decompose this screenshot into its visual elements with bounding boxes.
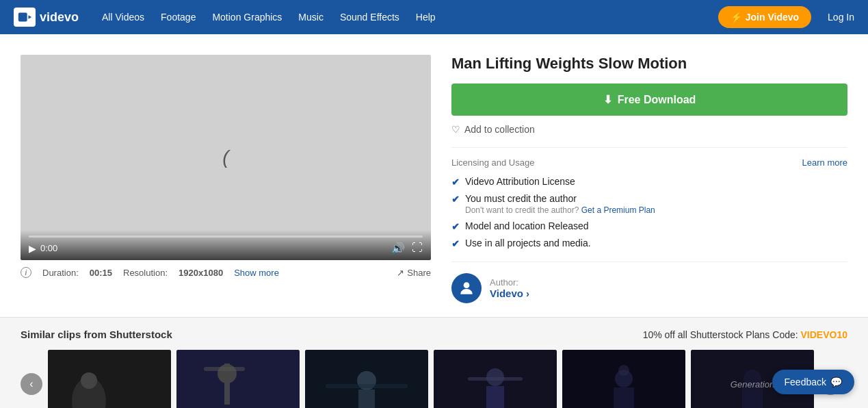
- nav-footage[interactable]: Footage: [161, 12, 196, 23]
- feedback-button[interactable]: Feedback 💬: [772, 370, 854, 394]
- duration-label: Duration:: [42, 268, 79, 278]
- download-button[interactable]: ⬇ Free Download: [451, 84, 847, 116]
- check-icon-3: ✔: [451, 221, 460, 232]
- nav-all-videos[interactable]: All Videos: [102, 12, 144, 23]
- check-icon-4: ✔: [451, 238, 460, 249]
- video-cursor: (: [222, 146, 228, 168]
- resolution-value: 1920x1080: [179, 268, 223, 278]
- clip-4-svg: [434, 350, 557, 408]
- author-arrow: ›: [526, 288, 529, 299]
- svg-point-5: [81, 372, 97, 389]
- video-section: ( ▶ 0:00 🔊 ⛶ i Dur: [21, 55, 431, 303]
- video-bottom-row: ▶ 0:00 🔊 ⛶: [29, 242, 423, 255]
- clip-3-svg: [305, 350, 428, 408]
- heart-icon: ♡: [451, 124, 460, 135]
- svg-point-21: [618, 365, 629, 376]
- play-icon: ▶: [29, 243, 36, 254]
- promo-code: VIDEVO10: [801, 329, 847, 340]
- license-item-model: ✔ Model and location Released: [451, 220, 847, 232]
- premium-plan-link[interactable]: Get a Premium Plan: [581, 205, 655, 215]
- volume-button[interactable]: 🔊: [391, 242, 405, 255]
- clip-5-svg: [562, 350, 685, 408]
- svg-point-2: [464, 282, 470, 288]
- duration-value: 00:15: [90, 268, 112, 278]
- licensing-section: Licensing and Usage Learn more ✔ Videvo …: [451, 147, 847, 249]
- svg-rect-13: [326, 384, 408, 388]
- login-button[interactable]: Log In: [828, 12, 854, 23]
- video-right-controls: 🔊 ⛶: [391, 242, 423, 255]
- share-icon: ↗: [397, 268, 404, 278]
- svg-rect-16: [486, 386, 504, 408]
- svg-rect-6: [176, 350, 300, 408]
- fullscreen-button[interactable]: ⛶: [412, 242, 423, 255]
- licensing-title: Licensing and Usage: [451, 157, 534, 168]
- license-item-attribution: ✔ Videvo Attribution License: [451, 176, 847, 188]
- author-info: Author: Videvo ›: [490, 277, 529, 299]
- clip-thumb-4[interactable]: [434, 350, 557, 408]
- add-collection-button[interactable]: ♡ Add to collection: [451, 124, 535, 135]
- video-progress-bar[interactable]: [29, 235, 423, 238]
- svg-rect-0: [18, 13, 27, 22]
- license-text-3: Model and location Released: [465, 220, 589, 231]
- license-text-1: Videvo Attribution License: [465, 176, 575, 187]
- download-label: Free Download: [618, 94, 696, 106]
- check-icon-2: ✔: [451, 194, 460, 205]
- nav-motion-graphics[interactable]: Motion Graphics: [212, 12, 282, 23]
- video-player[interactable]: ( ▶ 0:00 🔊 ⛶: [21, 55, 431, 260]
- clip-thumb-1[interactable]: [48, 350, 171, 408]
- shutterstock-section: Similar clips from Shutterstock 10% off …: [0, 317, 868, 408]
- learn-more-link[interactable]: Learn more: [802, 157, 847, 168]
- clip-thumb-3[interactable]: [305, 350, 428, 408]
- share-button[interactable]: ↗ Share: [397, 268, 431, 278]
- author-name-link[interactable]: Videvo ›: [490, 288, 529, 299]
- video-title: Man Lifting Weights Slow Motion: [451, 55, 847, 73]
- svg-marker-1: [29, 15, 32, 19]
- author-label: Author:: [490, 277, 529, 288]
- clip-1-svg: [48, 350, 171, 408]
- join-label: Join Videvo: [746, 12, 799, 23]
- download-icon: ⬇: [603, 93, 612, 106]
- svg-rect-9: [204, 367, 245, 371]
- license-text-2: You must credit the author Don't want to…: [465, 193, 655, 215]
- main-content: ( ▶ 0:00 🔊 ⛶ i Dur: [0, 34, 868, 317]
- svg-rect-17: [468, 377, 523, 381]
- clip-thumb-5[interactable]: [562, 350, 685, 408]
- logo-svg: [17, 10, 32, 25]
- author-avatar: [451, 273, 482, 303]
- video-time: 0:00: [40, 243, 57, 253]
- lightning-icon: ⚡: [731, 12, 742, 23]
- carousel-prev-button[interactable]: ‹: [21, 373, 42, 395]
- author-section: Author: Videvo ›: [451, 262, 847, 303]
- feedback-label: Feedback: [785, 377, 826, 387]
- show-more-link[interactable]: Show more: [234, 268, 279, 278]
- author-avatar-icon: [458, 279, 475, 297]
- nav-help[interactable]: Help: [416, 12, 436, 23]
- nav-sound-effects[interactable]: Sound Effects: [340, 12, 399, 23]
- credit-subtext: Don't want to credit the author? Get a P…: [465, 205, 655, 215]
- info-icon[interactable]: i: [21, 267, 31, 278]
- logo[interactable]: videvo: [14, 8, 79, 27]
- shutterstock-header: Similar clips from Shutterstock 10% off …: [21, 329, 847, 340]
- license-text-4: Use in all projects and media.: [465, 238, 591, 248]
- clip-2-svg: [176, 350, 300, 408]
- clips-row: ‹: [21, 350, 847, 408]
- license-item-credit: ✔ You must credit the author Don't want …: [451, 193, 847, 215]
- navbar: videvo All Videos Footage Motion Graphic…: [0, 0, 868, 34]
- right-panel: Man Lifting Weights Slow Motion ⬇ Free D…: [451, 55, 847, 303]
- svg-rect-24: [742, 387, 763, 408]
- clip-thumb-2[interactable]: [176, 350, 300, 408]
- licensing-header: Licensing and Usage Learn more: [451, 157, 847, 168]
- logo-icon: [14, 8, 36, 27]
- resolution-label: Resolution:: [123, 268, 168, 278]
- nav-music[interactable]: Music: [298, 12, 324, 23]
- svg-rect-12: [358, 390, 375, 408]
- check-icon-1: ✔: [451, 177, 460, 188]
- svg-rect-3: [48, 350, 171, 408]
- svg-rect-20: [614, 387, 634, 408]
- join-button[interactable]: ⚡ Join Videvo: [718, 6, 811, 28]
- add-collection-label: Add to collection: [464, 124, 535, 135]
- clip-overlay-text: Generation: [731, 379, 774, 390]
- video-meta: i Duration: 00:15 Resolution: 1920x1080 …: [21, 267, 431, 278]
- play-button[interactable]: ▶ 0:00: [29, 243, 57, 254]
- shutterstock-promo: 10% off all Shutterstock Plans Code: VID…: [643, 329, 847, 340]
